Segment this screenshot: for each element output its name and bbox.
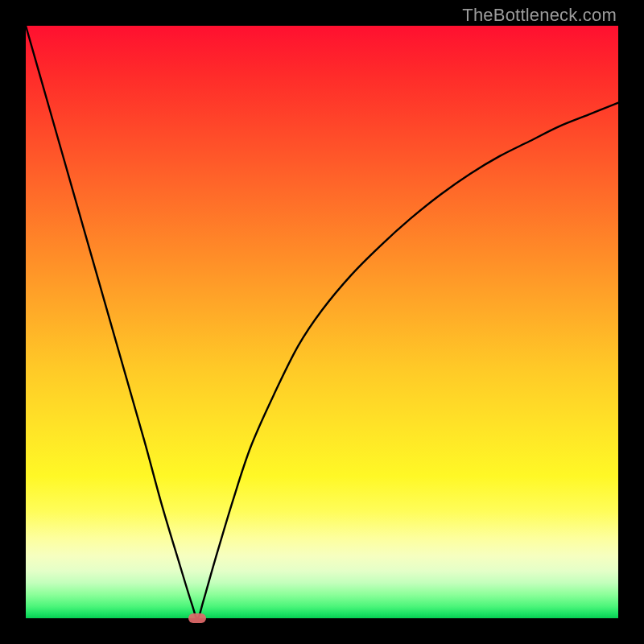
bottleneck-curve <box>26 26 618 618</box>
watermark-text: TheBottleneck.com <box>462 5 617 26</box>
plot-area <box>26 26 618 618</box>
optimal-marker <box>188 613 206 623</box>
chart-container: TheBottleneck.com <box>0 0 644 644</box>
